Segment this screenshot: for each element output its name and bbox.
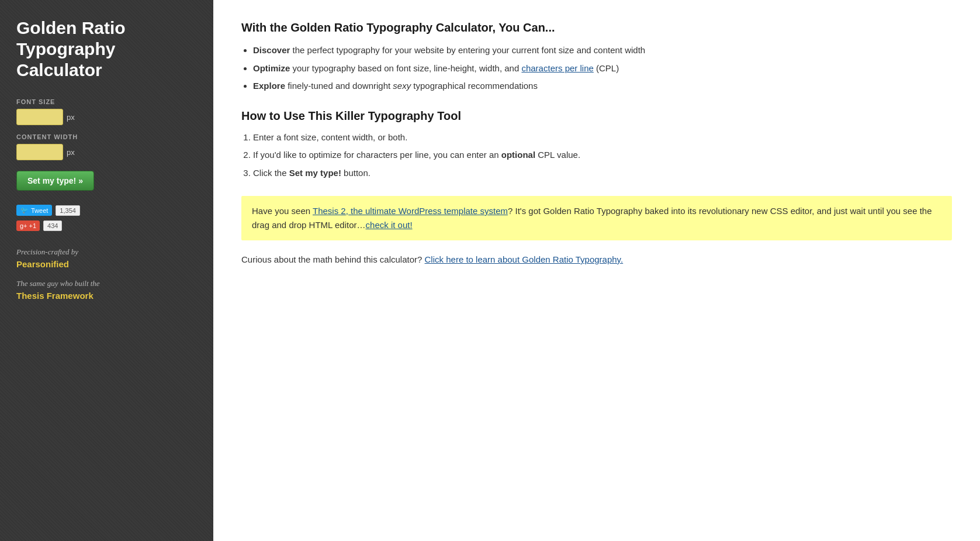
how-to-heading: How to Use This Killer Typography Tool (241, 109, 952, 123)
sexy-text: sexy (393, 81, 411, 91)
feature-item-2: Optimize your typography based on font s… (253, 62, 952, 75)
step2-strong: optional (501, 150, 535, 160)
credit-section: Precision-crafted by Pearsonified The sa… (16, 247, 197, 301)
tweet-row: 🐦 Tweet 1,354 (16, 205, 197, 216)
main-heading-1: With the Golden Ratio Typography Calcula… (241, 21, 952, 35)
gplus-row: g+ +1 434 (16, 220, 197, 231)
optimize-strong: Optimize (253, 63, 290, 73)
highlight-box: Have you seen Thesis 2, the ultimate Wor… (241, 196, 952, 240)
step3-post: button. (341, 168, 370, 178)
gplus-icon: g+ (20, 222, 27, 229)
explore-text: finely-tuned and downright (285, 81, 393, 91)
step-2: If you'd like to optimize for characters… (253, 149, 952, 162)
thesis-framework-link[interactable]: Thesis Framework (16, 291, 94, 301)
gplus-count: 434 (43, 220, 62, 231)
font-size-input[interactable] (16, 109, 63, 125)
feature-item-3: Explore finely-tuned and downright sexy … (253, 80, 952, 93)
discover-strong: Discover (253, 45, 290, 55)
content-width-input[interactable] (16, 144, 63, 160)
explore-strong: Explore (253, 81, 285, 91)
thesis2-link[interactable]: Thesis 2, the ultimate WordPress templat… (313, 206, 508, 216)
font-size-unit: px (67, 113, 75, 122)
curious-paragraph: Curious about the math behind this calcu… (241, 254, 952, 264)
step2-post: CPL value. (535, 150, 580, 160)
step3-pre: Click the (253, 168, 289, 178)
set-type-button[interactable]: Set my type! » (16, 171, 94, 191)
optimize-text: your typography based on font size, line… (290, 63, 521, 73)
step3-strong: Set my type! (289, 168, 341, 178)
font-size-field: FONT SIZE px (16, 98, 197, 125)
features-list: Discover the perfect typography for your… (253, 44, 952, 93)
twitter-icon: 🐦 (20, 206, 29, 214)
cpl-link[interactable]: characters per line (521, 63, 593, 73)
tweet-button[interactable]: 🐦 Tweet (16, 205, 52, 216)
precision-text: Precision-crafted by (16, 247, 197, 257)
content-width-unit: px (67, 148, 75, 157)
sidebar-title: Golden Ratio Typography Calculator (16, 18, 197, 81)
font-size-label: FONT SIZE (16, 98, 197, 105)
main-content: With the Golden Ratio Typography Calcula… (213, 0, 980, 541)
tweet-count: 1,354 (56, 205, 80, 216)
same-guy-text: The same guy who built the (16, 279, 197, 288)
content-width-label: CONTENT WIDTH (16, 133, 197, 140)
content-width-field: CONTENT WIDTH px (16, 133, 197, 160)
step2-pre: If you'd like to optimize for characters… (253, 150, 501, 160)
pearsonified-link[interactable]: Pearsonified (16, 259, 69, 269)
sidebar: Golden Ratio Typography Calculator FONT … (0, 0, 213, 541)
curious-pre: Curious about the math behind this calcu… (241, 254, 425, 264)
highlight-pre: Have you seen (252, 206, 313, 216)
discover-text: the perfect typography for your website … (290, 45, 645, 55)
step-1: Enter a font size, content width, or bot… (253, 131, 952, 144)
golden-ratio-learn-link[interactable]: Click here to learn about Golden Ratio T… (425, 254, 624, 264)
feature-item-1: Discover the perfect typography for your… (253, 44, 952, 57)
gplus-button[interactable]: g+ +1 (16, 220, 40, 231)
check-it-out-link[interactable]: check it out! (366, 220, 413, 230)
step-3: Click the Set my type! button. (253, 167, 952, 180)
cpl-parens: (CPL) (596, 63, 619, 73)
explore-end: typographical recommendations (411, 81, 538, 91)
steps-list: Enter a font size, content width, or bot… (253, 131, 952, 180)
